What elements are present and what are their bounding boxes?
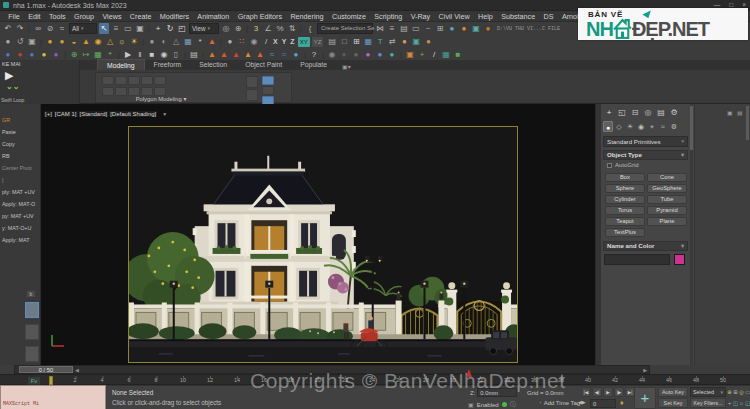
helpers-category[interactable]: ⌖ [647,121,657,132]
ribbon-mini-button[interactable] [262,86,274,95]
current-frame-field[interactable]: 0 [590,399,616,408]
spinner-snap-icon[interactable]: ⇅ [287,23,297,34]
ribbon-tab[interactable]: Freeform [145,59,191,70]
maximize-viewport-icon[interactable]: ◱ [745,398,750,408]
vray-camera-icon[interactable]: ▣ [27,36,37,47]
next-key-icon[interactable]: ▶ [643,367,647,373]
vray-mesh-light-icon[interactable]: △ [105,36,115,47]
dock-button[interactable]: py: MAT +UV [2,213,40,220]
display-tab[interactable]: ▤ [655,107,667,119]
angle-snap-icon[interactable]: ∠ [263,23,273,34]
zoom-icon[interactable]: ⊕ [727,387,732,397]
globe-icon[interactable]: ◐ [159,36,169,47]
object-type-button[interactable]: GeoSphere [647,184,687,193]
primitives-dropdown[interactable]: Standard Primitives▾ [603,136,688,147]
utilities-tab[interactable]: ⚙ [668,107,680,119]
maximize-button[interactable]: □ [729,1,733,8]
teal-icon[interactable]: ● [387,49,397,60]
ribbon-mini-button[interactable] [141,76,153,85]
ribbon-mini-button[interactable] [115,87,127,96]
dock-button[interactable]: Apply: MAT-O [2,201,40,208]
mirror-icon[interactable]: ⋈ [375,23,385,34]
next-frame-button[interactable]: |▶ [614,387,624,397]
axis-plane-xy-button[interactable]: XY [298,37,310,47]
home-icon[interactable]: ⌂ [739,398,744,408]
object-type-button[interactable]: Torus [605,206,645,215]
extension-scrollbar[interactable] [746,106,749,140]
pan-icon[interactable]: + [727,398,732,408]
material-editor-icon[interactable]: ● [447,23,457,34]
ribbon-mini-button[interactable] [102,87,114,96]
draw-icon[interactable]: / [429,49,439,60]
select-and-scale-icon[interactable]: ◰ [177,23,187,34]
selection-filter-dropdown[interactable]: All▾ [69,23,97,34]
create-key-button[interactable]: + [634,387,656,409]
ribbon-mini-button[interactable] [246,76,258,88]
dock-icon[interactable]: ▣ [727,109,733,116]
key-filter-dropdown[interactable]: Selected▾ [690,387,726,397]
play-button[interactable]: ▶ [603,387,613,397]
vray-red-icon[interactable]: ● [15,49,25,60]
ribbon-tab[interactable]: Modeling [97,59,145,70]
menu-item[interactable]: Civil View [434,12,473,21]
separator[interactable]: | [147,23,151,34]
select-and-rotate-icon[interactable]: ↻ [165,23,175,34]
fire-icon[interactable]: ▲ [207,36,217,47]
green-square-icon[interactable]: ■ [453,49,463,60]
prev-frame-button[interactable]: ◀| [592,387,602,397]
forest-arrow-icon[interactable]: ↦ [81,49,91,60]
viewport-label-segment[interactable]: [+] [44,111,53,117]
vray-dome-light-icon[interactable]: ◒ [69,36,79,47]
cameras-category[interactable]: ◉ [636,121,646,132]
menu-item[interactable]: Customize [328,12,370,21]
menu-item[interactable]: Edit [24,12,45,21]
cursor-arrow-icon[interactable]: ▶ [5,69,13,82]
zoom-extents-icon[interactable]: ◎ [739,387,744,397]
select-and-manipulate-icon[interactable]: ⊕ [233,23,243,34]
separator[interactable]: | [141,36,145,47]
object-type-button[interactable]: Cylinder [605,195,645,204]
dock-button[interactable]: ply: MAT +UV [2,189,40,196]
dock-button[interactable]: Paste [2,129,40,136]
set-key-button[interactable]: Set Key [658,398,688,408]
ribbon-mini-button[interactable] [154,87,166,96]
select-and-link-icon[interactable]: ∞ [33,23,43,34]
sphere-icon[interactable]: ● [225,36,235,47]
ribbon-more-icon[interactable]: ▣▾ [342,63,351,70]
dock-button[interactable]: y: MAT-O+U [2,225,40,232]
hierarchy-tab[interactable]: ⊟ [629,107,641,119]
name-color-rollout[interactable]: Name and Color▾ [603,241,688,251]
separator[interactable]: | [63,49,67,60]
viewport-label-segment[interactable]: [Default Shading] [109,111,157,117]
separator[interactable]: | [299,23,303,34]
field-of-view-icon[interactable]: ▭ [745,387,750,397]
plane-icon[interactable]: □ [339,36,349,47]
redo-icon[interactable]: ↷ [15,23,25,34]
menu-item[interactable]: Substance [497,12,539,21]
go-to-start-button[interactable]: |◀ [581,387,591,397]
axis-y-label[interactable]: Y [282,38,287,45]
reference-coordinate-dropdown[interactable]: View▾ [189,23,219,34]
prev-key-icon[interactable]: ◀ [75,367,79,373]
layer-manager-icon[interactable]: ▤ [399,23,409,34]
separator[interactable]: | [399,49,403,60]
selection-region-icon[interactable]: ▭ [123,23,133,34]
chevron-down-icon[interactable]: ▼ [162,111,167,117]
object-type-button[interactable]: Tube [647,195,687,204]
select-and-move-icon[interactable]: + [153,23,163,34]
dock-button[interactable]: RB [2,153,40,160]
vray-fb-icon[interactable]: ● [3,49,13,60]
axis-z-label[interactable]: Z [290,38,294,45]
vray-yellow-icon[interactable]: ● [39,49,49,60]
ribbon-toggle-icon[interactable]: ▭ [411,23,421,34]
vray-purple-icon[interactable]: ● [51,49,61,60]
render-production-icon[interactable]: ● [483,23,493,34]
vray-sphere-light-icon[interactable]: ◉ [93,36,103,47]
separator[interactable]: | [27,23,31,34]
autogrid-checkbox[interactable] [607,163,612,168]
motion-tab[interactable]: ◎ [642,107,654,119]
menu-item[interactable]: Rendering [286,12,328,21]
menu-item[interactable]: Scripting [370,12,406,21]
dock-icon[interactable]: ▤ [737,109,743,116]
auto-key-button[interactable]: Auto Key [658,387,688,397]
